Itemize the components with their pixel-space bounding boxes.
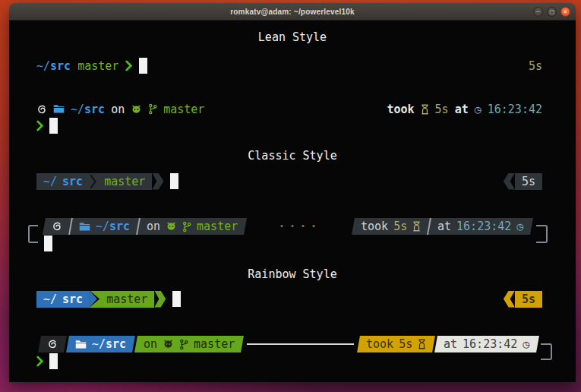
gap-filler-line <box>247 343 354 345</box>
segment-separator-icon <box>90 173 97 190</box>
classic-left-bar: ~/src on master <box>43 218 247 235</box>
maximize-button[interactable]: ▢ <box>547 7 557 17</box>
hourglass-icon <box>418 339 427 349</box>
section-title-rainbow: Rainbow Style <box>9 265 576 283</box>
vcs-segment: master <box>99 291 154 308</box>
branch-name: master <box>77 59 118 73</box>
vcs-segment: on master <box>137 218 247 235</box>
cursor-block <box>44 236 52 251</box>
duration-value: 5s <box>394 220 408 233</box>
on-label: on <box>111 103 125 116</box>
terminal-content: Lean Style ~/src master 5s ~/sr <box>9 21 576 382</box>
section-title-lean: Lean Style <box>9 28 576 46</box>
cursor-block <box>170 173 178 189</box>
gap-filler-dots: ···· <box>278 220 320 233</box>
branch-name: master <box>197 220 238 233</box>
duration-value: 5s <box>515 292 542 306</box>
took-label: took <box>366 337 393 351</box>
folder-icon <box>53 104 65 114</box>
dir-segment: ~/src <box>66 336 135 352</box>
cursor-block <box>172 291 181 307</box>
hourglass-icon <box>413 221 422 232</box>
current-path: ~/src <box>96 220 130 233</box>
github-octocat-icon <box>166 221 177 232</box>
rainbow-short-left: ~/src master <box>36 291 181 308</box>
hourglass-icon <box>421 104 429 115</box>
close-button[interactable]: ✕ <box>560 7 570 17</box>
cursor-block <box>49 118 58 134</box>
prompt-chevron-icon <box>36 120 43 131</box>
branch-name: master <box>97 175 152 188</box>
segment-end-arrow <box>152 173 163 190</box>
vcs-segment: on master <box>134 336 244 352</box>
prompt-lean-short: ~/src master 5s <box>36 57 542 74</box>
current-path: ~/src <box>36 175 90 188</box>
duration-segment: 5s <box>515 173 542 190</box>
at-label: at <box>438 220 452 233</box>
prompt-chevron-icon <box>125 60 132 71</box>
current-path: ~/src <box>36 59 71 73</box>
duration-segment: took 5s <box>358 336 436 352</box>
segment-end-arrow <box>154 291 166 308</box>
current-path: ~/src <box>71 103 105 116</box>
duration-value: 5s <box>435 103 449 116</box>
window-controls: ─ ▢ ✕ <box>533 7 570 17</box>
classic-right-bar: took 5s at 16:23:42 ◷ <box>352 218 533 235</box>
on-label: on <box>144 337 157 351</box>
lean-full-right: took 5s at ◷ 16:23:42 <box>387 103 542 116</box>
segment-start-arrow <box>504 291 515 308</box>
os-segment <box>43 218 71 235</box>
git-branch-icon <box>179 338 188 349</box>
prompt-frame-right <box>541 343 552 360</box>
minimize-button[interactable]: ─ <box>533 7 543 17</box>
classic-short-right: 5s <box>504 173 542 190</box>
titlebar[interactable]: romkatv@adam: ~/powerlevel10k ─ ▢ ✕ <box>9 3 576 21</box>
took-label: took <box>387 103 414 116</box>
cursor-block <box>139 58 147 74</box>
at-label: at <box>444 337 458 351</box>
os-debian-icon <box>47 339 58 349</box>
time-value: 16:23:42 <box>488 103 542 116</box>
rainbow-left-bar: ~/src on master <box>38 336 244 352</box>
duration-value: 5s <box>515 175 542 188</box>
desktop: { "window": { "title": "romkatv@adam: ~/… <box>0 0 581 392</box>
time-segment: at 16:23:42 ◷ <box>429 218 533 235</box>
github-octocat-icon <box>131 104 142 115</box>
classic-short-left: ~/src master <box>36 173 178 190</box>
prompt-classic-short: ~/src master 5s <box>36 172 542 190</box>
dir-segment: ~/src <box>36 291 90 308</box>
lean-full-left: ~/src on master <box>36 103 204 116</box>
prompt-classic-full-line2 <box>44 235 542 252</box>
prompt-lean-full-line2 <box>36 117 542 134</box>
prompt-lean-full: ~/src on master took 5s at ◷ 16:23:42 <box>36 100 542 118</box>
clock-icon: ◷ <box>517 220 524 233</box>
time-value: 16:23:42 <box>463 337 518 351</box>
prompt-gap: ···· <box>245 220 353 233</box>
prompt-frame-left <box>28 225 38 243</box>
window-title: romkatv@adam: ~/powerlevel10k <box>230 8 355 16</box>
branch-name: master <box>163 103 204 116</box>
segment-separator <box>90 291 99 308</box>
prompt-rainbow-full-line2 <box>36 352 542 370</box>
lean-short-left: ~/src master <box>36 58 147 74</box>
clock-icon: ◷ <box>475 103 482 116</box>
git-branch-icon <box>182 220 191 232</box>
git-branch-icon <box>148 103 157 115</box>
rainbow-short-right: 5s <box>504 291 542 308</box>
folder-icon <box>79 221 90 231</box>
os-debian-icon <box>52 221 62 232</box>
folder-icon <box>75 339 87 349</box>
segment-start-arrow <box>504 173 515 190</box>
duration-segment: took 5s <box>352 218 431 235</box>
time-value: 16:23:42 <box>457 220 512 233</box>
terminal-window: romkatv@adam: ~/powerlevel10k ─ ▢ ✕ Lean… <box>9 3 576 382</box>
took-label: took <box>361 220 388 233</box>
os-segment <box>38 336 67 352</box>
clock-icon: ◷ <box>523 337 530 351</box>
prompt-classic-full: ~/src on master <box>44 217 532 235</box>
cursor-block <box>49 353 58 369</box>
time-segment: at 16:23:42 ◷ <box>435 336 539 352</box>
github-octocat-icon <box>163 339 174 349</box>
rainbow-right-bar: took 5s at 16:23:42 ◷ <box>358 336 539 352</box>
at-label: at <box>455 103 469 116</box>
